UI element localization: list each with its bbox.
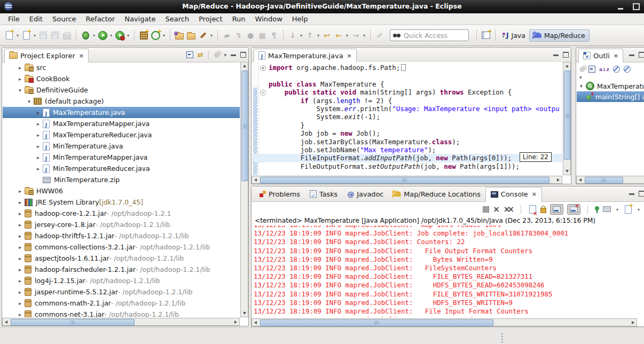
close-icon[interactable]: ×	[614, 52, 618, 59]
tree-item-commons-collections-3-2-1-jar[interactable]: ▸commons-collections-3.2.1.jar - /opt/ha…	[3, 241, 240, 253]
menu-item-project[interactable]: Project	[194, 14, 227, 24]
minimize-view-button[interactable]	[629, 193, 634, 195]
back-dropdown[interactable]: ▾	[344, 33, 350, 38]
tree-item-maxtemperaturemapper-java[interactable]: ▸MaxTemperatureMapper.java	[3, 118, 240, 129]
outline-class-row[interactable]: ▾ G MaxTemperature	[577, 81, 644, 91]
tree-item-maxtemperaturereducer-java[interactable]: ▸MaxTemperatureReducer.java	[3, 129, 240, 140]
editor-horizontal-scrollbar[interactable]	[252, 176, 562, 184]
code-line[interactable]: System.exit(-1);	[252, 113, 562, 121]
tab-mapreduce-locations[interactable]: Map/Reduce Locations	[388, 186, 485, 201]
run-external-tools-dropdown[interactable]: ▾	[125, 33, 131, 38]
tree-item-src[interactable]: ▸src	[3, 62, 240, 73]
new-java-class-dropdown[interactable]: ▾	[161, 33, 167, 38]
tree-expander-icon[interactable]: ▸	[15, 256, 25, 261]
tree-expander-icon[interactable]: ▸	[15, 301, 25, 306]
tree-item-jasper-runtime-5-5-12-jar[interactable]: ▸jasper-runtime-5.5.12.jar - /opt/hadoop…	[3, 286, 240, 298]
hide-static-members-button[interactable]	[624, 66, 631, 73]
open-task-button[interactable]	[174, 29, 185, 42]
code-line[interactable]: job.setJarByClass(MaxTemperature.class);	[252, 138, 562, 146]
open-folder-button[interactable]	[185, 29, 197, 42]
tab-javadoc[interactable]: @ Javadoc	[342, 186, 388, 201]
tree-item-hadoop-fairscheduler-1-2-1-jar[interactable]: ▸hadoop-fairscheduler-1.2.1.jar - /opt/h…	[3, 264, 240, 275]
menu-item-refactor[interactable]: Refactor	[81, 14, 120, 24]
scroll-lock-button[interactable]	[540, 208, 546, 213]
perspective-mapreduce-button[interactable]: Map/Reduce	[529, 29, 590, 42]
minimize-editor-button[interactable]	[553, 54, 559, 56]
code-line-current[interactable]: FileInputFormat.addInputPath(job, new Pa…	[252, 154, 562, 162]
perspective-java-button[interactable]: J Java	[499, 30, 529, 41]
tab-problems[interactable]: Problems	[255, 186, 305, 201]
view-menu-button[interactable]: ▾	[224, 52, 226, 58]
quick-access-input[interactable]	[403, 31, 464, 40]
new-java-package-button[interactable]	[138, 29, 150, 42]
tree-expander-icon[interactable]: ▸	[34, 144, 43, 149]
tree-expander-icon[interactable]: ▾	[15, 88, 25, 93]
scrollbar-thumb[interactable]	[241, 71, 248, 181]
code-line[interactable]: FileOutputFormat.setOutputPath(job, new …	[252, 162, 562, 170]
show-stdout-toggle[interactable]	[550, 204, 563, 215]
minimize-view-button[interactable]	[629, 54, 634, 56]
run-external-tools-button[interactable]	[114, 29, 125, 42]
new-wizard-button[interactable]	[3, 29, 15, 42]
code-editor-area[interactable]: +import org.apache.hadoop.fs.Path;public…	[252, 62, 562, 175]
explorer-horizontal-scrollbar[interactable]	[2, 318, 240, 326]
tree-expander-icon[interactable]: ▸	[34, 132, 43, 138]
collapse-all-button[interactable]	[588, 66, 595, 73]
link-with-editor-toggle[interactable]: ⇄	[198, 51, 203, 59]
display-selected-console-button[interactable]	[603, 206, 611, 212]
new-java-class-button[interactable]	[150, 29, 161, 42]
tree-item-hww06[interactable]: ▸HWW06	[3, 185, 240, 197]
collapse-all-button[interactable]	[186, 51, 193, 58]
new-wizard-dropdown[interactable]: ▾	[15, 33, 20, 38]
code-line[interactable]	[252, 72, 562, 80]
tree-item-hadoop-thriftfs-1-2-1-jar[interactable]: ▸hadoop-thriftfs-1.2.1.jar - /opt/hadoop…	[3, 230, 240, 241]
minimize-view-button[interactable]	[231, 54, 236, 56]
menu-item-file[interactable]: File	[3, 14, 25, 24]
code-line[interactable]: }	[252, 121, 562, 129]
tree-item-mintemperaturemapper-java[interactable]: ▸MinTemperatureMapper.java	[3, 152, 240, 163]
tree-item-jre-system-library[interactable]: ▸JRE System Library [jdk1.7.0_45]	[3, 197, 240, 208]
tree-item-mintemperature-zip[interactable]: MinTemperature.zip	[3, 174, 240, 185]
code-line[interactable]: System.err.println("Usage: MaxTemperatur…	[252, 105, 562, 113]
tree-item-jersey-core-1-8-jar[interactable]: ▸jersey-core-1.8.jar - /opt/hadoop-1.2.1…	[3, 219, 240, 230]
code-line[interactable]: if (args.length != 2) {	[252, 97, 562, 105]
fold-expand-icon[interactable]: +	[260, 65, 266, 71]
tree-expander-icon[interactable]: ▸	[15, 76, 25, 82]
hide-fields-button[interactable]	[613, 66, 620, 73]
quick-access-box[interactable]	[390, 29, 469, 41]
remove-all-terminated-button[interactable]: ××	[504, 206, 512, 214]
tree-expander-icon[interactable]: ▸	[15, 65, 25, 71]
open-perspective-button[interactable]	[480, 29, 492, 42]
maximize-editor-button[interactable]	[563, 52, 569, 58]
tree-expander-icon[interactable]: ▸	[15, 189, 25, 194]
sash-drag-handle[interactable]	[501, 332, 503, 342]
tree-expander-icon[interactable]: ▸	[15, 211, 25, 216]
code-line[interactable]: Job job = new Job();	[252, 129, 562, 137]
new-java-project-button[interactable]	[20, 29, 32, 42]
display-console-dropdown[interactable]: ▾	[615, 207, 620, 212]
editor-vertical-scrollbar[interactable]	[563, 62, 571, 175]
tree-expander-icon[interactable]: ▸	[34, 121, 43, 127]
open-console-button[interactable]	[624, 203, 632, 216]
tree-expander-icon[interactable]: ▸	[34, 166, 43, 171]
scrollbar-thumb[interactable]	[260, 319, 493, 326]
last-edit-location-button[interactable]: ↩	[321, 29, 333, 42]
tree-expander-icon[interactable]: ▸	[15, 245, 25, 250]
tree-expander-icon[interactable]: ▸	[15, 200, 25, 205]
debug-button[interactable]	[80, 29, 91, 42]
minimize-window-button[interactable]	[618, 8, 623, 10]
tree-item-commons-math-2-1-jar[interactable]: ▸commons-math-2.1.jar - /opt/hadoop-1.2.…	[3, 298, 240, 309]
tree-expander-icon[interactable]: ▸	[34, 110, 43, 115]
tree-item-mintemperaturereducer-java[interactable]: ▸MinTemperatureReducer.java	[3, 163, 240, 174]
tree-expander-icon[interactable]: ▾	[25, 99, 34, 104]
tab-console[interactable]: Console ×	[485, 187, 542, 202]
clear-console-button[interactable]	[528, 203, 537, 216]
menu-item-navigate[interactable]: Navigate	[120, 14, 160, 24]
java-search-button[interactable]	[197, 29, 209, 42]
tree-item-commons-net-3-1-jar[interactable]: ▸commons-net-3.1.jar - /opt/hadoop-1.2.1…	[3, 309, 240, 317]
console-horizontal-scrollbar[interactable]	[252, 318, 637, 326]
tree-expander-icon[interactable]: ▸	[15, 312, 25, 317]
run-button[interactable]	[97, 29, 108, 42]
fold-collapse-icon[interactable]: -	[260, 90, 266, 96]
menu-item-search[interactable]: Search	[160, 14, 194, 24]
